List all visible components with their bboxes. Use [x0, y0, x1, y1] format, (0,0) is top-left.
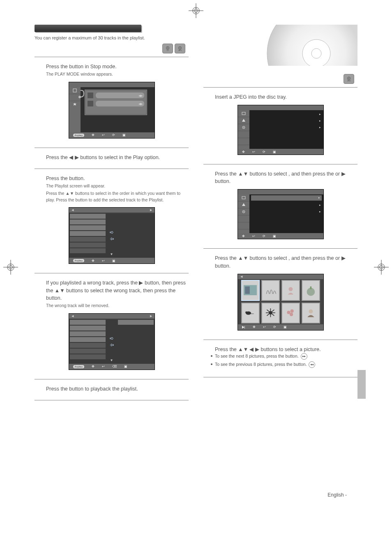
svg-text:JPEG: JPEG: [347, 80, 351, 82]
disc-badge-cd: CD: [162, 44, 173, 53]
divider: [203, 87, 357, 88]
disc-badge-mp3: MP3: [175, 44, 185, 53]
left-step-3: Press the button. The Playlist screen wi…: [35, 172, 189, 270]
rstep2-text: Press the ▲▼ buttons to select , and the…: [203, 170, 357, 185]
rstep4-b2: To see the previous 8 pictures, press th…: [215, 362, 307, 367]
osd-glyph-return: ↩: [102, 133, 105, 137]
svg-rect-30: [242, 196, 245, 199]
svg-point-49: [309, 310, 313, 314]
section-thumb-tab: [357, 370, 366, 399]
divider: [203, 340, 357, 340]
playlist-limit-note: You can register a maximum of 30 tracks …: [35, 35, 189, 40]
svg-rect-18: [73, 89, 76, 92]
svg-rect-37: [310, 287, 311, 289]
svg-point-25: [348, 78, 349, 79]
svg-point-13: [167, 48, 168, 49]
disc-decoration: [203, 25, 357, 66]
left-step-1: Press the button in Stop mode. The PLAY …: [35, 60, 189, 144]
step2-text: Press the ◀ ▶ buttons to select in the P…: [35, 154, 189, 161]
skip-next-icon: ▸▸: [301, 353, 307, 360]
divider: [35, 379, 189, 379]
osd-glyph-stop: ▣: [122, 133, 126, 137]
osd-screenshot-thumbnails: ◀ ▶| ✥: [238, 274, 324, 331]
step3-sub2: Press the ▲▼ buttons to select in the or…: [35, 190, 189, 203]
divider: [35, 400, 189, 400]
step5-text: Press the button to playback the playlis…: [35, 385, 189, 393]
svg-point-16: [180, 48, 180, 49]
osd-screenshot-jpeg-select: ▸ ▸ ▸ ✥ ↩ ⟳ ▣: [238, 189, 324, 239]
osd-anykey-pill: Anykey: [73, 134, 85, 137]
crop-mark-top: [189, 3, 203, 18]
left-step-2: Press the ◀ ▶ buttons to select in the P…: [35, 151, 189, 165]
step4-text: If you playlisted a wrong track, press t…: [35, 279, 189, 301]
svg-text:CD: CD: [166, 50, 169, 51]
rstep3-text: Press the ▲▼ buttons to select , and the…: [203, 254, 357, 269]
crop-mark-left: [3, 260, 18, 275]
right-step-1: Insert a JPEG into the disc tray.: [203, 91, 357, 161]
svg-text:MP3: MP3: [178, 50, 181, 51]
step1-sub: The PLAY MODE window appears.: [35, 71, 189, 78]
step3-sub1: The Playlist screen will appear.: [35, 183, 189, 190]
divider: [203, 164, 357, 164]
osd-screenshot-playlist-add: ◀▶ ➪➪ ▼ Anykey: [69, 207, 155, 264]
svg-point-32: [243, 211, 244, 212]
svg-point-48: [290, 313, 293, 316]
osd-glyph-rotate: ⟳: [112, 133, 115, 137]
svg-rect-34: [245, 287, 249, 294]
right-step-2: Press the ▲▼ buttons to select , and the…: [203, 168, 357, 245]
divider: [203, 248, 357, 249]
step1-text-a: Press the: [46, 64, 69, 69]
svg-point-23: [311, 49, 321, 58]
step1-text-b: button in Stop mode.: [69, 64, 116, 69]
rstep4-text: Press the ▲▼ ◀ ▶ buttons to select a pic…: [203, 346, 357, 353]
left-step-5: Press the button to playback the playlis…: [35, 383, 189, 397]
osd-screenshot-playmode: ◀▶ ◀▶ Anykey ✥ ↩ ⟳ ▣: [69, 82, 155, 139]
divider: [35, 148, 189, 148]
osd-screenshot-jpeg-root: ▸ ▸ ▸ ✥ ↩ ⟳ ▣: [238, 105, 324, 155]
divider: [35, 169, 189, 169]
svg-point-35: [288, 287, 293, 291]
left-step-4: If you playlisted a wrong track, press t…: [35, 277, 189, 375]
osd-screenshot-playlist-remove: ◀▶ ➪➪ ▼ Anykey: [69, 313, 155, 370]
divider: [35, 57, 189, 57]
svg-point-47: [290, 310, 293, 313]
skip-prev-icon: ◂◂: [309, 361, 315, 368]
page-footer-language: English -: [327, 492, 347, 498]
right-step-3: Press the ▲▼ buttons to select , and the…: [203, 252, 357, 336]
osd-glyph-move: ✥: [92, 133, 95, 137]
divider: [203, 377, 357, 377]
svg-point-29: [243, 127, 244, 128]
rstep4-b1: To see the next 8 pictures, press the bu…: [215, 354, 299, 358]
disc-badge-jpeg: JPEG: [344, 74, 354, 84]
svg-point-39: [245, 312, 247, 314]
step3-text: Press the button.: [35, 175, 189, 182]
svg-point-19: [78, 96, 81, 98]
rstep1-text: Insert a JPEG into the disc tray.: [203, 93, 357, 101]
svg-point-46: [287, 311, 290, 314]
section-header-bar-left: [35, 25, 141, 32]
divider: [35, 273, 189, 273]
svg-rect-27: [242, 112, 245, 115]
step4-sub: The wrong track will be removed.: [35, 303, 189, 309]
right-step-4: Press the ▲▼ ◀ ▶ buttons to select a pic…: [203, 343, 357, 374]
crop-mark-right: [374, 260, 389, 275]
